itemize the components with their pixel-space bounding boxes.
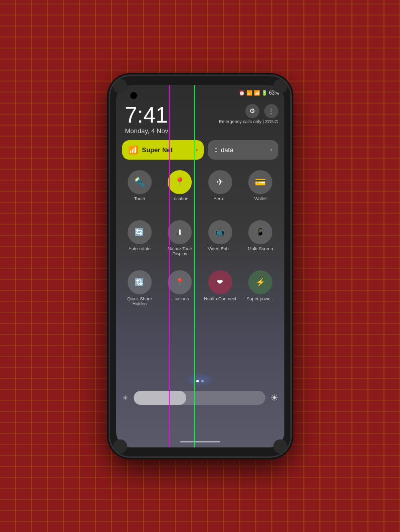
health-icon: ❤ xyxy=(208,270,232,294)
brightness-track[interactable] xyxy=(134,391,265,405)
quick-btn-locations[interactable]: 📍 ...cations xyxy=(162,270,198,307)
data-panel-icon: ↕ xyxy=(214,145,218,154)
battery-percent: 63% xyxy=(269,90,279,96)
brightness-row: ☀ ☀ xyxy=(122,391,278,405)
quick-buttons-row1: 🔦 Torch 📍 Location ✈ Aero... 💳 Wallet xyxy=(122,170,278,202)
quickshare-label: Quick ShareHidden xyxy=(127,296,152,307)
more-options-icon[interactable]: ⋮ xyxy=(264,104,278,118)
quick-btn-videoenh[interactable]: 📺 Video Enh... xyxy=(203,220,238,257)
emergency-text: Emergency calls only | ZONG xyxy=(219,119,278,124)
alarm-icon: ⏰ xyxy=(239,90,245,96)
multiscreen-label: Multi-Screen xyxy=(248,246,273,252)
quick-btn-quickshare[interactable]: 🔃 Quick ShareHidden xyxy=(122,270,158,307)
page-dot-2 xyxy=(201,380,204,382)
status-icons: ⏰ 📶 📶 🔋 63% xyxy=(239,90,279,96)
wallet-label: Wallet xyxy=(254,196,267,202)
torch-label: Torch xyxy=(134,196,145,202)
quick-buttons-row3: 🔃 Quick ShareHidden 📍 ...cations ❤ Healt… xyxy=(122,270,278,307)
location-icon: 📍 xyxy=(168,170,192,194)
aeroplane-label: Aero... xyxy=(213,196,227,202)
location-label: Location xyxy=(171,196,188,202)
wifi-panel[interactable]: 📶 Super Net › xyxy=(122,140,204,160)
battery-icon: 🔋 xyxy=(261,90,267,96)
settings-icon[interactable]: ⚙ xyxy=(245,104,259,118)
quick-btn-torch[interactable]: 🔦 Torch xyxy=(122,170,158,202)
wifi-panel-icon: 📶 xyxy=(128,145,138,155)
data-chevron-icon: › xyxy=(270,146,272,153)
time-display: 7:41 xyxy=(125,104,168,126)
page-dot-1 xyxy=(196,380,199,382)
brightness-high-icon: ☀ xyxy=(270,392,278,403)
quickshare-icon: 🔃 xyxy=(128,270,152,294)
quick-btn-location[interactable]: 📍 Location xyxy=(162,170,198,202)
quick-btn-superpow[interactable]: ⚡ Super powe... xyxy=(243,270,278,307)
quick-buttons-row2: 🔄 Auto-rotate 🌡 Nature Tone Display 📺 Vi… xyxy=(122,220,278,257)
wifi-status-icon: 📶 xyxy=(246,90,252,96)
control-icons-row: ⚙ ⋮ xyxy=(245,104,278,118)
top-right-controls: ⚙ ⋮ Emergency calls only | ZONG xyxy=(219,104,278,124)
data-panel[interactable]: ↕ data › xyxy=(208,140,278,160)
wifi-panel-label: Super Net xyxy=(142,146,173,154)
naturetone-label: Nature Tone Display xyxy=(162,246,198,257)
page-dots xyxy=(116,380,284,382)
quick-btn-wallet[interactable]: 💳 Wallet xyxy=(243,170,278,202)
brightness-fill xyxy=(134,391,186,405)
torch-icon: 🔦 xyxy=(128,170,152,194)
quick-btn-multiscreen[interactable]: 📱 Multi-Screen xyxy=(243,220,278,257)
locations-label: ...cations xyxy=(171,296,189,302)
phone-screen: ⏰ 📶 📶 🔋 63% 7:41 Monday, 4 Nov ⚙ ⋮ Emerg… xyxy=(116,85,284,447)
locations-icon: 📍 xyxy=(168,270,192,294)
videoenh-icon: 📺 xyxy=(208,220,232,244)
signal-icon: 📶 xyxy=(254,90,260,96)
home-indicator[interactable] xyxy=(180,441,220,442)
aeroplane-icon: ✈ xyxy=(208,170,232,194)
wallet-icon: 💳 xyxy=(248,170,272,194)
autorotate-icon: 🔄 xyxy=(128,220,152,244)
time-section: 7:41 Monday, 4 Nov xyxy=(125,104,168,135)
quick-btn-autorotate[interactable]: 🔄 Auto-rotate xyxy=(122,220,158,257)
quick-btn-health[interactable]: ❤ Health Con nect xyxy=(203,270,238,307)
data-panel-label: data xyxy=(221,146,233,154)
multiscreen-icon: 📱 xyxy=(248,220,272,244)
status-bar: ⏰ 📶 📶 🔋 63% xyxy=(116,85,284,101)
naturetone-icon: 🌡 xyxy=(168,220,192,244)
brightness-low-icon: ☀ xyxy=(122,394,129,402)
quick-panels-row: 📶 Super Net › ↕ data › xyxy=(122,140,278,160)
health-label: Health Con nect xyxy=(204,296,236,302)
quick-btn-naturetone[interactable]: 🌡 Nature Tone Display xyxy=(162,220,198,257)
videoenh-label: Video Enh... xyxy=(208,246,232,252)
date-display: Monday, 4 Nov xyxy=(125,127,168,135)
corner-bumper-br xyxy=(273,439,287,453)
superpow-label: Super powe... xyxy=(246,296,274,302)
superpow-icon: ⚡ xyxy=(248,270,272,294)
wifi-chevron-icon: › xyxy=(196,146,198,153)
autorotate-label: Auto-rotate xyxy=(128,246,151,252)
phone-frame: ⏰ 📶 📶 🔋 63% 7:41 Monday, 4 Nov ⚙ ⋮ Emerg… xyxy=(110,76,290,456)
quick-btn-aeroplane[interactable]: ✈ Aero... xyxy=(203,170,238,202)
corner-bumper-bl xyxy=(113,439,127,453)
